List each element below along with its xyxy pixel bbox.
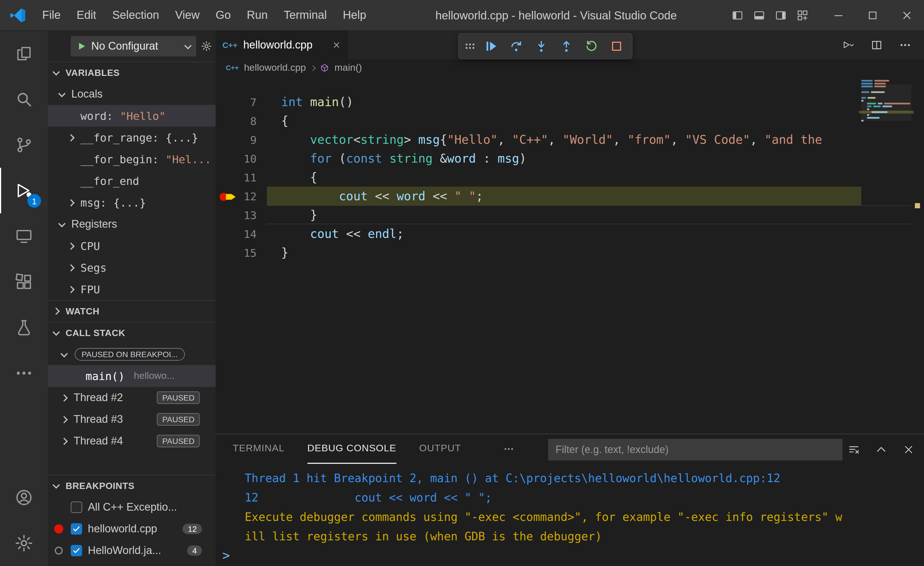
variables-section-header[interactable]: VARIABLES xyxy=(48,62,216,83)
breadcrumb-file[interactable]: helloworld.cpp xyxy=(244,62,306,74)
menu-run[interactable]: Run xyxy=(239,0,276,30)
debug-console-input[interactable]: > xyxy=(222,546,230,564)
line-number[interactable]: 13 xyxy=(216,209,265,221)
activity-search[interactable] xyxy=(0,77,48,122)
locals-scope-row[interactable]: Locals xyxy=(48,83,216,105)
line-number[interactable]: 15 xyxy=(216,246,265,259)
start-debugging-icon[interactable] xyxy=(76,41,87,51)
breakpoint-checkbox[interactable] xyxy=(71,501,82,513)
code-line[interactable]: 14 cout << endl; xyxy=(216,224,924,243)
activity-more[interactable] xyxy=(0,350,48,396)
activity-testing[interactable] xyxy=(0,305,48,350)
line-number[interactable]: 10 xyxy=(216,152,265,165)
breakpoints-section-header[interactable]: BREAKPOINTS xyxy=(48,475,216,496)
breakpoint-row[interactable]: helloworld.cpp12 xyxy=(48,518,216,540)
breadcrumb-symbol[interactable]: main() xyxy=(334,62,362,74)
code-line[interactable]: 11 { xyxy=(216,168,924,186)
toggle-secondary-sidebar-icon[interactable] xyxy=(775,9,787,22)
twistie-icon[interactable] xyxy=(60,437,68,444)
panel-tab-output[interactable]: OUTPUT xyxy=(419,434,461,464)
panel-tab-debug-console[interactable]: DEBUG CONSOLE xyxy=(308,434,396,464)
activity-remote-explorer[interactable] xyxy=(0,213,48,259)
register-group-row[interactable]: FPU xyxy=(48,278,216,300)
activity-source-control[interactable] xyxy=(0,122,48,168)
twistie-icon[interactable] xyxy=(67,285,74,293)
variable-row[interactable]: __for_end xyxy=(48,170,216,192)
debug-stop-button[interactable] xyxy=(604,35,628,58)
breakpoint-row[interactable]: All C++ Exceptio... xyxy=(48,496,216,518)
twistie-icon[interactable] xyxy=(60,394,68,401)
debug-continue-button[interactable] xyxy=(479,35,503,58)
debug-restart-button[interactable] xyxy=(579,35,603,58)
registers-scope-row[interactable]: Registers xyxy=(48,213,216,235)
panel-tab-terminal[interactable]: TERMINAL xyxy=(233,434,285,464)
code-line[interactable]: 15} xyxy=(216,243,924,262)
code-line[interactable]: 9 vector<string> msg{"Hello", "C++", "Wo… xyxy=(216,130,924,149)
line-number[interactable]: 11 xyxy=(216,171,265,183)
twistie-icon[interactable] xyxy=(67,199,74,206)
twistie-icon[interactable] xyxy=(60,416,68,423)
thread-row[interactable]: Thread #4PAUSED xyxy=(48,430,216,452)
toggle-primary-sidebar-icon[interactable] xyxy=(731,9,744,22)
clear-console-icon[interactable] xyxy=(848,443,860,456)
debug-settings-gear-icon[interactable] xyxy=(201,41,212,52)
code-editor[interactable]: 7int main()8{9 vector<string> msg{"Hello… xyxy=(216,77,924,434)
activity-settings[interactable] xyxy=(0,520,48,566)
run-or-debug-icon[interactable] xyxy=(842,39,854,51)
twistie-icon[interactable] xyxy=(67,242,74,249)
minimize-button[interactable] xyxy=(821,0,855,31)
twistie-icon[interactable] xyxy=(67,264,74,271)
line-number[interactable]: 8 xyxy=(216,114,265,127)
split-editor-icon[interactable] xyxy=(870,39,883,51)
activity-run-and-debug[interactable]: 1 xyxy=(0,168,48,213)
thread-row[interactable]: Thread #3PAUSED xyxy=(48,408,216,430)
toggle-panel-icon[interactable] xyxy=(753,9,765,22)
panel-more-tabs-icon[interactable] xyxy=(503,443,515,455)
code-line[interactable]: 12 cout << word << " "; xyxy=(216,186,924,206)
twistie-icon[interactable] xyxy=(67,134,74,141)
code-line[interactable]: 10 for (const string &word : msg) xyxy=(216,149,924,168)
variable-row[interactable]: __for_range:{...} xyxy=(48,127,216,149)
breakpoint-checkbox[interactable] xyxy=(71,523,82,534)
debug-step-out-button[interactable] xyxy=(554,35,578,58)
variable-row[interactable]: word:"Hello" xyxy=(48,105,216,127)
activity-accounts[interactable] xyxy=(0,475,48,520)
close-button[interactable] xyxy=(890,0,924,31)
code-line[interactable]: 8{ xyxy=(216,111,924,130)
line-number[interactable]: 14 xyxy=(216,227,265,240)
code-line[interactable]: 13 } xyxy=(216,206,924,224)
debug-step-over-button[interactable] xyxy=(504,35,528,58)
more-actions-icon[interactable] xyxy=(899,39,912,51)
line-number[interactable]: 7 xyxy=(216,96,265,108)
debug-drag-handle-button[interactable] xyxy=(462,35,478,58)
watch-section-header[interactable]: WATCH xyxy=(48,300,216,322)
maximize-panel-icon[interactable] xyxy=(875,443,888,456)
menu-file[interactable]: File xyxy=(34,0,69,30)
close-panel-icon[interactable] xyxy=(902,443,915,456)
menu-terminal[interactable]: Terminal xyxy=(276,0,335,30)
register-group-row[interactable]: Segs xyxy=(48,257,216,278)
console-filter-input[interactable] xyxy=(548,439,842,461)
debug-step-into-button[interactable] xyxy=(529,35,553,58)
breakpoint-row[interactable]: HelloWorld.ja...4 xyxy=(48,540,216,561)
variable-row[interactable]: __for_begin:"Hel... xyxy=(48,149,216,170)
menu-go[interactable]: Go xyxy=(208,0,239,30)
stack-frame-main[interactable]: main() hellowo... xyxy=(48,365,216,387)
menu-edit[interactable]: Edit xyxy=(69,0,104,30)
menu-help[interactable]: Help xyxy=(335,0,374,30)
thread-1-row[interactable]: PAUSED ON BREAKPOI... xyxy=(48,344,216,365)
minimap[interactable] xyxy=(861,80,912,123)
register-group-row[interactable]: CPU xyxy=(48,235,216,257)
breakpoint-checkbox[interactable] xyxy=(71,545,82,556)
call-stack-section-header[interactable]: CALL STACK xyxy=(48,322,216,344)
menu-view[interactable]: View xyxy=(167,0,208,30)
maximize-button[interactable] xyxy=(855,0,890,31)
activity-extensions[interactable] xyxy=(0,259,48,305)
thread-row[interactable]: Thread #2PAUSED xyxy=(48,387,216,408)
line-number[interactable]: 9 xyxy=(216,133,265,146)
menu-selection[interactable]: Selection xyxy=(104,0,167,30)
variable-row[interactable]: msg:{...} xyxy=(48,192,216,213)
code-line[interactable]: 7int main() xyxy=(216,92,924,111)
close-tab-icon[interactable] xyxy=(332,41,341,50)
tab-helloworld-cpp[interactable]: C++ helloworld.cpp xyxy=(216,31,348,59)
